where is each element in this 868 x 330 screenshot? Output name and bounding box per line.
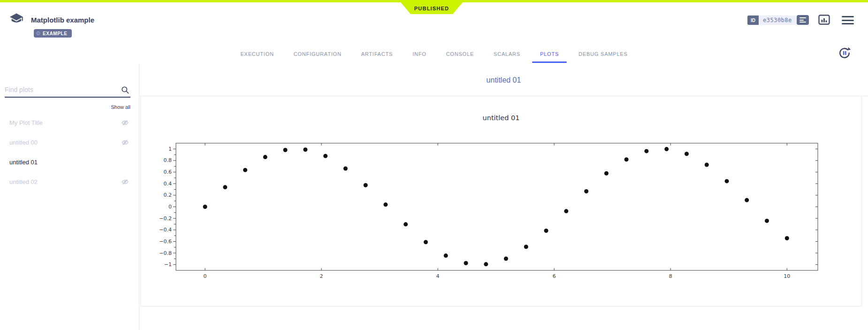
y-tick-label: −0.6: [160, 238, 172, 245]
data-point: [624, 157, 629, 161]
y-tick-label: −1: [164, 261, 172, 268]
x-axis-ticks: 0246810: [204, 143, 791, 279]
y-tick-label: −0.2: [160, 215, 172, 222]
sidebar-item-untitled-02[interactable]: untitled 02: [5, 172, 130, 192]
data-point: [785, 236, 789, 240]
data-point: [504, 256, 508, 261]
tab-plots[interactable]: PLOTS: [540, 45, 559, 64]
data-point: [604, 171, 609, 176]
status-color-bar: [0, 0, 868, 2]
y-tick-label: 0.8: [164, 157, 172, 163]
show-all-link[interactable]: Show all: [111, 104, 130, 110]
id-value: e3530b8e: [759, 15, 796, 25]
data-point: [664, 147, 669, 151]
tab-execution[interactable]: EXECUTION: [240, 45, 274, 64]
tab-scalars[interactable]: SCALARS: [494, 45, 520, 64]
data-point: [544, 229, 548, 233]
plot-item-label: untitled 02: [9, 178, 38, 185]
tab-bar: EXECUTIONCONFIGURATIONARTIFACTSINFOCONSO…: [0, 45, 868, 64]
plot-item-label: My Plot Title: [9, 119, 43, 126]
data-point: [484, 262, 488, 266]
data-point: [343, 166, 348, 170]
gear-icon: ⚙: [36, 29, 41, 38]
tab-configuration[interactable]: CONFIGURATION: [294, 45, 342, 64]
eye-slash-icon[interactable]: [121, 138, 129, 146]
data-point: [263, 155, 267, 159]
data-point: [745, 198, 749, 202]
data-point: [243, 168, 247, 172]
task-type-icon: [9, 13, 23, 28]
data-point: [383, 202, 388, 207]
plots-sidebar: Show all My Plot Titleuntitled 00untitle…: [0, 64, 139, 330]
menu-icon[interactable]: [842, 16, 854, 27]
find-plots-input[interactable]: [5, 84, 130, 97]
chart-title: untitled 01: [141, 114, 861, 122]
status-badge: PUBLISHED: [401, 2, 463, 14]
plot-item-label: untitled 01: [9, 159, 38, 166]
plots-content: untitled 01 untitled 01 024681010.80.60.…: [139, 64, 868, 330]
y-axis-ticks: 10.80.60.40.20−0.2−0.4−0.6−0.8−1: [160, 146, 818, 268]
tab-debug-samples[interactable]: DEBUG SAMPLES: [579, 45, 628, 64]
x-tick-label: 0: [204, 273, 207, 279]
data-point: [303, 147, 307, 152]
example-badge-label: EXAMPLE: [43, 31, 68, 36]
data-point: [705, 162, 709, 167]
y-tick-label: 1: [168, 146, 172, 152]
example-badge: ⚙ EXAMPLE: [34, 29, 72, 38]
x-tick-label: 4: [436, 273, 440, 279]
tab-artifacts[interactable]: ARTIFACTS: [361, 45, 393, 64]
scatter-chart[interactable]: 024681010.80.60.40.20−0.2−0.4−0.6−0.8−1: [160, 137, 845, 282]
plot-item-label: untitled 00: [9, 139, 38, 146]
data-point: [644, 149, 648, 153]
y-tick-label: 0.6: [164, 169, 172, 175]
y-tick-label: −0.8: [160, 250, 172, 256]
experiment-id-chip[interactable]: ID e3530b8e: [747, 15, 796, 25]
details-panel-icon[interactable]: [797, 15, 809, 25]
search-icon[interactable]: [121, 85, 129, 96]
data-point: [223, 185, 227, 189]
plot-list: My Plot Titleuntitled 00untitled 01untit…: [5, 113, 130, 192]
data-point: [424, 240, 428, 244]
data-point: [725, 179, 729, 183]
data-point: [404, 222, 408, 226]
app-window: PUBLISHED Matplotlib example ⚙ EXAMPLE I…: [0, 0, 868, 330]
auto-refresh-icon[interactable]: [837, 46, 853, 61]
data-point: [524, 245, 528, 249]
x-tick-label: 6: [553, 273, 556, 279]
data-point: [765, 219, 769, 223]
plot-search-field: [5, 84, 130, 98]
sidebar-item-untitled-01[interactable]: untitled 01: [5, 152, 130, 172]
eye-slash-icon[interactable]: [121, 118, 129, 127]
tab-console[interactable]: CONSOLE: [446, 45, 474, 64]
tab-info[interactable]: INFO: [412, 45, 426, 64]
sidebar-item-untitled-00[interactable]: untitled 00: [5, 132, 130, 152]
sidebar-item-my-plot-title[interactable]: My Plot Title: [5, 113, 130, 132]
experiment-title: Matplotlib example: [31, 16, 94, 24]
chart-panel-icon[interactable]: [818, 15, 830, 27]
y-tick-label: 0.4: [164, 181, 172, 187]
data-point: [364, 183, 368, 187]
x-tick-label: 2: [320, 273, 323, 279]
y-tick-label: −0.4: [160, 227, 172, 233]
y-tick-label: 0.2: [164, 192, 172, 198]
id-label: ID: [747, 15, 759, 25]
eye-slash-icon[interactable]: [121, 177, 129, 186]
plot-group-title: untitled 01: [139, 76, 868, 84]
data-point: [464, 261, 468, 265]
data-point: [584, 189, 588, 193]
data-point: [564, 209, 568, 213]
data-point: [283, 148, 288, 152]
data-point: [685, 152, 689, 156]
data-point: [203, 205, 207, 209]
plot-card: untitled 01 024681010.80.60.40.20−0.2−0.…: [140, 96, 862, 307]
data-point: [323, 154, 327, 158]
x-tick-label: 8: [669, 273, 672, 279]
data-point: [444, 253, 448, 258]
scatter-points: [203, 147, 789, 266]
plot-frame: [176, 143, 818, 270]
y-tick-label: 0: [168, 204, 172, 210]
x-tick-label: 10: [784, 273, 790, 279]
